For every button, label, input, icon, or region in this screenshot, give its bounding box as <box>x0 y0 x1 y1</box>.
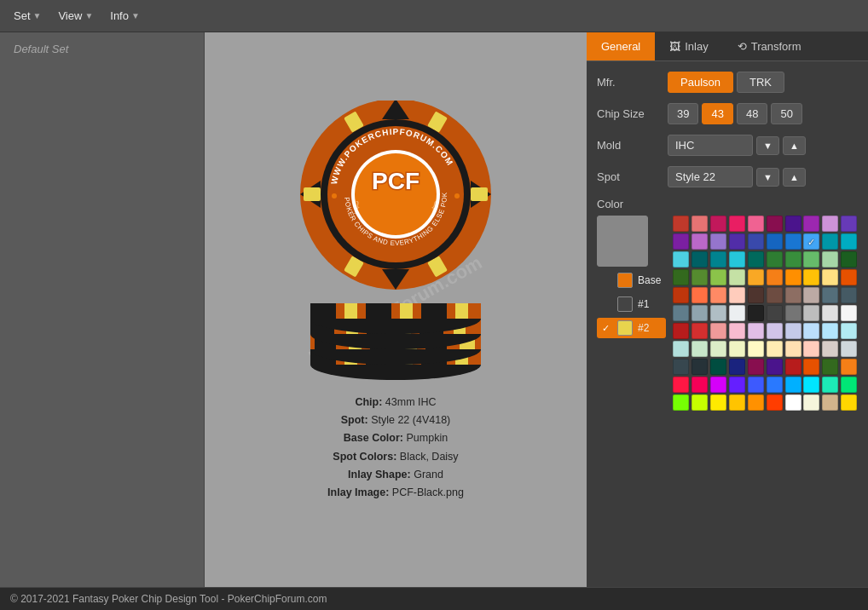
palette-cell-34[interactable] <box>748 269 764 285</box>
palette-cell-73[interactable] <box>729 341 745 357</box>
palette-cell-8[interactable] <box>822 216 838 232</box>
palette-cell-93[interactable] <box>729 377 745 393</box>
palette-cell-74[interactable] <box>748 341 764 357</box>
palette-cell-83[interactable] <box>729 359 745 375</box>
palette-cell-39[interactable] <box>841 269 857 285</box>
palette-cell-76[interactable] <box>785 341 801 357</box>
spot-select[interactable]: Style 22 <box>668 166 753 187</box>
palette-cell-70[interactable] <box>673 341 689 357</box>
palette-cell-51[interactable] <box>692 305 708 321</box>
size-50-button[interactable]: 50 <box>771 103 801 124</box>
palette-cell-21[interactable] <box>692 251 708 268</box>
palette-cell-55[interactable] <box>767 305 783 321</box>
palette-cell-50[interactable] <box>673 305 689 321</box>
tab-inlay[interactable]: 🖼 Inlay <box>655 32 722 60</box>
palette-cell-58[interactable] <box>822 305 838 321</box>
palette-cell-15[interactable] <box>767 233 783 250</box>
palette-cell-41[interactable] <box>692 287 708 303</box>
palette-cell-89[interactable] <box>841 359 857 375</box>
palette-cell-4[interactable] <box>748 216 764 232</box>
palette-cell-105[interactable] <box>767 394 783 411</box>
palette-cell-35[interactable] <box>767 269 783 285</box>
palette-cell-22[interactable] <box>710 251 726 268</box>
palette-cell-66[interactable] <box>785 323 801 339</box>
palette-cell-1[interactable] <box>692 216 708 232</box>
palette-cell-19[interactable] <box>841 233 857 250</box>
palette-cell-81[interactable] <box>692 359 708 375</box>
palette-cell-84[interactable] <box>748 359 764 375</box>
mold-up-button[interactable]: ▲ <box>783 136 806 155</box>
palette-cell-108[interactable] <box>822 394 838 411</box>
palette-cell-27[interactable] <box>803 251 819 268</box>
palette-cell-11[interactable] <box>692 233 708 250</box>
mfr-paulson-button[interactable]: Paulson <box>668 72 733 93</box>
palette-cell-79[interactable] <box>841 341 857 357</box>
palette-cell-54[interactable] <box>748 305 764 321</box>
palette-cell-75[interactable] <box>767 341 783 357</box>
palette-cell-102[interactable] <box>710 394 726 411</box>
palette-cell-44[interactable] <box>748 287 764 303</box>
mold-select[interactable]: IHC <box>668 135 753 156</box>
palette-cell-12[interactable] <box>710 233 726 250</box>
palette-cell-90[interactable] <box>673 377 689 393</box>
palette-cell-91[interactable] <box>692 377 708 393</box>
palette-cell-62[interactable] <box>710 323 726 339</box>
palette-cell-31[interactable] <box>692 269 708 285</box>
palette-cell-106[interactable] <box>785 394 801 411</box>
palette-cell-94[interactable] <box>748 377 764 393</box>
palette-cell-0[interactable] <box>673 216 689 232</box>
palette-cell-5[interactable] <box>767 216 783 232</box>
palette-cell-107[interactable] <box>803 394 819 411</box>
palette-cell-42[interactable] <box>710 287 726 303</box>
palette-cell-72[interactable] <box>710 341 726 357</box>
palette-cell-7[interactable] <box>803 216 819 232</box>
palette-cell-98[interactable] <box>822 377 838 393</box>
palette-cell-28[interactable] <box>822 251 838 268</box>
palette-cell-37[interactable] <box>803 269 819 285</box>
palette-cell-57[interactable] <box>803 305 819 321</box>
palette-cell-82[interactable] <box>710 359 726 375</box>
palette-cell-56[interactable] <box>785 305 801 321</box>
palette-cell-43[interactable] <box>729 287 745 303</box>
palette-cell-23[interactable] <box>729 251 745 268</box>
palette-cell-95[interactable] <box>767 377 783 393</box>
palette-cell-2[interactable] <box>710 216 726 232</box>
palette-cell-33[interactable] <box>729 269 745 285</box>
palette-cell-68[interactable] <box>822 323 838 339</box>
palette-cell-86[interactable] <box>785 359 801 375</box>
color-base-row[interactable]: Base <box>597 270 666 291</box>
palette-cell-47[interactable] <box>803 287 819 303</box>
palette-cell-63[interactable] <box>729 323 745 339</box>
palette-cell-78[interactable] <box>822 341 838 357</box>
palette-cell-103[interactable] <box>729 394 745 411</box>
palette-cell-18[interactable] <box>822 233 838 250</box>
palette-cell-100[interactable] <box>673 394 689 411</box>
palette-cell-24[interactable] <box>748 251 764 268</box>
palette-cell-3[interactable] <box>729 216 745 232</box>
palette-cell-85[interactable] <box>767 359 783 375</box>
palette-cell-67[interactable] <box>803 323 819 339</box>
tab-general[interactable]: General <box>587 32 655 60</box>
palette-cell-38[interactable] <box>822 269 838 285</box>
palette-cell-101[interactable] <box>692 394 708 411</box>
palette-cell-59[interactable] <box>841 305 857 321</box>
palette-cell-14[interactable] <box>748 233 764 250</box>
palette-cell-109[interactable] <box>841 394 857 411</box>
palette-cell-61[interactable] <box>692 323 708 339</box>
palette-cell-17[interactable] <box>803 233 819 250</box>
spot-up-button[interactable]: ▲ <box>783 168 806 187</box>
palette-cell-69[interactable] <box>841 323 857 339</box>
palette-cell-30[interactable] <box>673 269 689 285</box>
spot-down-button[interactable]: ▼ <box>756 168 779 187</box>
palette-cell-87[interactable] <box>803 359 819 375</box>
size-48-button[interactable]: 48 <box>737 103 767 124</box>
palette-cell-6[interactable] <box>785 216 801 232</box>
palette-cell-99[interactable] <box>841 377 857 393</box>
palette-cell-77[interactable] <box>803 341 819 357</box>
palette-cell-92[interactable] <box>710 377 726 393</box>
palette-cell-97[interactable] <box>803 377 819 393</box>
mold-down-button[interactable]: ▼ <box>756 136 779 155</box>
palette-cell-96[interactable] <box>785 377 801 393</box>
palette-cell-104[interactable] <box>748 394 764 411</box>
palette-cell-45[interactable] <box>767 287 783 303</box>
